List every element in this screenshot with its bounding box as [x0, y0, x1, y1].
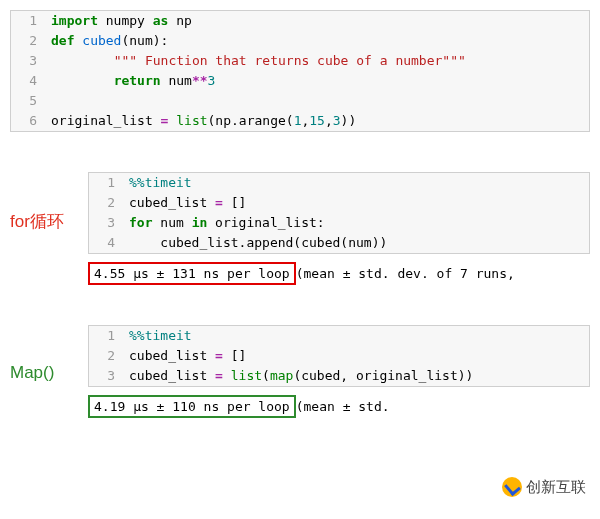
code-line: cubed_list = list(map(cubed, original_li…: [125, 366, 473, 386]
line-number: 4: [11, 71, 47, 91]
line-number: 6: [11, 111, 47, 131]
result-map: 4.19 µs ± 110 ns per loop (mean ± std.: [88, 395, 590, 418]
code-line: cubed_list = []: [125, 193, 246, 213]
code-line: [47, 91, 59, 111]
label-map: Map(): [10, 325, 88, 383]
timing-highlight-green: 4.19 µs ± 110 ns per loop: [88, 395, 296, 418]
line-number: 5: [11, 91, 47, 111]
line-number: 1: [89, 326, 125, 346]
code-line: original_list = list(np.arange(1,15,3)): [47, 111, 356, 131]
line-number: 2: [89, 346, 125, 366]
line-number: 1: [89, 173, 125, 193]
code-line: import numpy as np: [47, 11, 192, 31]
label-for-loop: for循环: [10, 172, 88, 233]
line-number: 2: [89, 193, 125, 213]
line-number: 3: [11, 51, 47, 71]
code-block-setup: 1import numpy as np 2def cubed(num): 3 "…: [10, 10, 590, 132]
section-map: Map() 1%%timeit 2cubed_list = [] 3cubed_…: [10, 325, 590, 418]
result-for: 4.55 µs ± 131 ns per loop (mean ± std. d…: [88, 262, 590, 285]
code-line: def cubed(num):: [47, 31, 168, 51]
line-number: 1: [11, 11, 47, 31]
code-block-for: 1%%timeit 2cubed_list = [] 3for num in o…: [88, 172, 590, 254]
code-line: %%timeit: [125, 173, 192, 193]
code-line: %%timeit: [125, 326, 192, 346]
code-line: cubed_list = []: [125, 346, 246, 366]
code-line: """ Function that returns cube of a numb…: [47, 51, 466, 71]
line-number: 2: [11, 31, 47, 51]
code-line: cubed_list.append(cubed(num)): [125, 233, 387, 253]
line-number: 3: [89, 213, 125, 233]
code-line: for num in original_list:: [125, 213, 325, 233]
timing-highlight-red: 4.55 µs ± 131 ns per loop: [88, 262, 296, 285]
line-number: 3: [89, 366, 125, 386]
code-block-map: 1%%timeit 2cubed_list = [] 3cubed_list =…: [88, 325, 590, 387]
line-number: 4: [89, 233, 125, 253]
code-line: return num**3: [47, 71, 215, 91]
section-for-loop: for循环 1%%timeit 2cubed_list = [] 3for nu…: [10, 172, 590, 285]
